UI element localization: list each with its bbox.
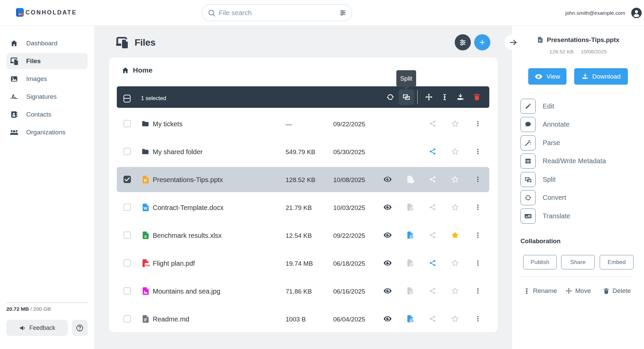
svg-text:PDF: PDF bbox=[145, 264, 150, 267]
svg-text:W: W bbox=[143, 206, 147, 211]
svg-text:P: P bbox=[144, 178, 147, 183]
svg-text:x: x bbox=[144, 233, 147, 238]
svg-text:P: P bbox=[539, 39, 541, 42]
